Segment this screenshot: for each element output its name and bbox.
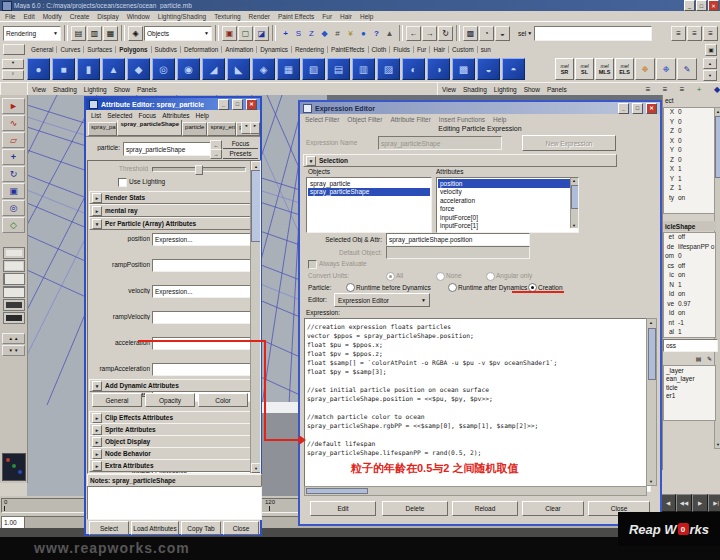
sphere-cluster2-icon[interactable]: ❉ <box>656 58 676 80</box>
edit-layer-icon[interactable]: ✎ <box>705 354 714 363</box>
threshold-slider[interactable] <box>152 167 246 172</box>
mel-shelf-button-els[interactable]: melELS <box>615 58 634 80</box>
append-polygon-icon[interactable]: ◢ <box>202 58 225 80</box>
snap-curve-icon[interactable]: S <box>292 27 305 40</box>
channel-row[interactable]: Z1 <box>664 184 715 194</box>
tab-scroll-right-icon[interactable]: ► <box>250 122 260 134</box>
object-snap-icon[interactable]: ● <box>357 27 370 40</box>
menu-attributes[interactable]: Attributes <box>162 112 189 119</box>
selection-mode-icon[interactable]: ◈ <box>128 26 143 41</box>
menu-select-filter[interactable]: Select Filter <box>305 116 339 123</box>
menu-create[interactable]: Create <box>70 13 90 20</box>
menu-display[interactable]: Display <box>97 13 118 20</box>
poly-plane-icon[interactable]: ◆ <box>127 58 150 80</box>
select-component-icon[interactable]: ◪ <box>254 26 269 41</box>
maximize-button[interactable]: □ <box>696 0 707 11</box>
channel-row[interactable]: ldon <box>664 290 715 300</box>
load-attributes-button[interactable]: Load Attributes <box>131 521 179 535</box>
expression-editor-title-bar[interactable]: Expression Editor _ □ ✕ <box>300 102 660 114</box>
channel-row[interactable]: X0 <box>664 108 715 118</box>
select-tool-icon[interactable]: ► <box>2 98 25 114</box>
channel-row[interactable]: om0 <box>664 252 715 262</box>
panel-menu-view[interactable]: View <box>442 86 456 93</box>
shelf-tab-surfaces[interactable]: Surfaces <box>84 46 116 53</box>
shelf-tab-selector[interactable] <box>3 44 25 55</box>
snap-surface-icon[interactable]: ¥ <box>344 27 357 40</box>
quick-select-input[interactable] <box>534 26 652 41</box>
attributes-scrollbar[interactable]: ▲ ▼ <box>570 178 578 228</box>
convert-units-none-radio[interactable] <box>436 272 445 281</box>
menu-file[interactable]: File <box>5 13 15 20</box>
focus-button[interactable]: Focus <box>223 139 258 149</box>
merge-vertices-icon[interactable]: ◑ <box>427 58 450 80</box>
channel-row[interactable]: Z0 <box>664 127 715 137</box>
object-item-spray-particleshape[interactable]: spray_particleShape <box>308 188 430 197</box>
menu-window[interactable]: Window <box>127 13 150 20</box>
selection-section-header[interactable]: ▾ Selection <box>303 154 617 167</box>
new-scene-icon[interactable]: ▤ <box>71 26 86 41</box>
menu-attribute-filter[interactable]: Attribute Filter <box>390 116 430 123</box>
object-item-spray-particle[interactable]: spray_particle <box>308 179 430 188</box>
add-opacity-button[interactable]: Opacity <box>145 393 195 407</box>
sphere-cluster-icon[interactable]: ❉ <box>635 58 655 80</box>
channel-row[interactable]: delifespanPP o <box>664 243 715 253</box>
attribute-editor-scrollbar[interactable]: ▲ ▼ <box>250 161 260 473</box>
editor-dropdown[interactable]: Expression Editor ▼ <box>334 293 430 307</box>
menu-texturing[interactable]: Texturing <box>214 13 240 20</box>
soft-mod-tool-icon[interactable]: ◎ <box>2 200 25 216</box>
attribute-editor-title-bar[interactable]: Attribute Editor: spray_particle _ □ ✕ <box>86 98 260 110</box>
collapse-arrow-icon[interactable]: ▾ <box>92 219 102 229</box>
smooth-icon[interactable]: ▧ <box>302 58 325 80</box>
panel-menu-show[interactable]: Show <box>114 86 130 93</box>
close-button[interactable]: ✕ <box>646 103 657 114</box>
open-scene-icon[interactable]: ▥ <box>87 26 102 41</box>
shelf-tab-hair[interactable]: Hair <box>430 46 449 53</box>
channel-row[interactable]: Z0 <box>664 156 715 166</box>
add-color-button[interactable]: Color <box>198 393 248 407</box>
menu-focus[interactable]: Focus <box>138 112 156 119</box>
layer-row[interactable]: ean_layer <box>664 375 715 384</box>
section-mental-ray[interactable]: ▸ mental ray <box>89 204 252 217</box>
pp-field-rampvelocity[interactable] <box>152 311 252 324</box>
menu-hair[interactable]: Hair <box>340 13 352 20</box>
panel-menu-panels[interactable]: Panels <box>137 86 157 93</box>
four-pane-layout-icon[interactable] <box>3 260 25 272</box>
shelf-tab-general[interactable]: General <box>28 46 57 53</box>
channel-box-menu-fragment[interactable]: ect <box>665 97 674 104</box>
expand-arrow-icon[interactable]: ▸ <box>92 206 102 216</box>
objects-list[interactable]: spray_particle spray_particleShape <box>306 177 432 233</box>
channel-row[interactable]: nt-1 <box>664 319 715 329</box>
mirror-geometry-icon[interactable]: ◒ <box>477 58 500 80</box>
tab-spray-particleshape[interactable]: spray_particleShape <box>117 120 182 136</box>
attributes-list[interactable]: position velocity acceleration force inp… <box>436 177 579 233</box>
shelf-tab-subdivs[interactable]: Subdivs <box>152 46 181 53</box>
render-current-frame-icon[interactable]: ▩ <box>463 26 478 41</box>
tab-spray-emitter[interactable]: spray_emitter <box>207 122 236 136</box>
panel-menu-show[interactable]: Show <box>524 86 540 93</box>
pen-tool-icon[interactable]: ✎ <box>677 58 697 80</box>
poly-sphere-icon[interactable]: ● <box>27 58 50 80</box>
menu-modify[interactable]: Modify <box>43 13 62 20</box>
runtime-after-dynamics-radio[interactable] <box>448 283 457 292</box>
channel-row[interactable]: X0 <box>664 137 715 147</box>
expand-arrow-icon[interactable]: ▸ <box>92 193 102 203</box>
clipboard-icon[interactable]: ▣ <box>705 44 717 56</box>
channel-box-field-fragment[interactable]: oss <box>663 339 718 352</box>
close-button[interactable]: ✕ <box>708 0 719 11</box>
delete-button[interactable]: Delete <box>382 501 448 516</box>
menu-help[interactable]: Help <box>196 112 209 119</box>
always-evaluate-checkbox[interactable] <box>308 260 317 269</box>
channel-row[interactable]: tyon <box>664 194 715 204</box>
shelf-tab-animation[interactable]: Animation <box>222 46 257 53</box>
attribute-item-inputforce0[interactable]: inputForce[0] <box>438 213 570 222</box>
menu-list[interactable]: List <box>91 112 101 119</box>
section-per-particle[interactable]: ▾ Per Particle (Array) Attributes <box>89 217 252 230</box>
shelf-tab-fur[interactable]: Fur <box>414 46 430 53</box>
channel-row[interactable]: ldon <box>664 309 715 319</box>
single-pane-layout-icon[interactable] <box>3 247 25 259</box>
select-object-icon[interactable]: ▢ <box>238 26 253 41</box>
panel-menu-lighting[interactable]: Lighting <box>494 86 517 93</box>
channel-row[interactable]: csoff <box>664 262 715 272</box>
collapse-arrow-icon[interactable]: ▾ <box>92 381 102 391</box>
reload-button[interactable]: Reload <box>452 501 518 516</box>
